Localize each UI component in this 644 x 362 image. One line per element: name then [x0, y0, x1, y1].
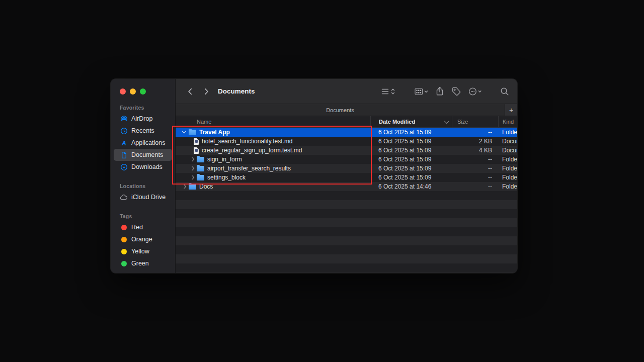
column-header-kind[interactable]: Kind	[498, 116, 517, 127]
file-date-modified: 6 Oct 2025 at 15:09	[370, 156, 452, 163]
disclosure-chevron-icon[interactable]	[190, 166, 195, 171]
file-size: --	[452, 183, 498, 190]
sidebar-item-label: AirDrop	[131, 115, 152, 122]
file-name: Docs	[199, 183, 213, 190]
new-tab-button[interactable]: +	[505, 104, 517, 116]
sidebar-item-label: Downloads	[131, 163, 163, 170]
column-header-size[interactable]: Size	[452, 116, 498, 127]
file-kind: Folder	[498, 165, 517, 172]
sidebar-item-documents[interactable]: Documents	[114, 149, 172, 161]
tab-documents[interactable]: Documents	[176, 104, 505, 116]
column-headers: Name Date Modified Size Kind	[176, 116, 517, 128]
sidebar-item-label: Yellow	[131, 248, 149, 255]
window-title: Documents	[218, 87, 255, 95]
folder-icon	[197, 166, 204, 171]
file-date-modified: 6 Oct 2025 at 15:09	[370, 165, 452, 172]
applications-icon: A	[120, 139, 128, 147]
window-controls	[111, 79, 175, 95]
share-icon[interactable]	[436, 86, 444, 96]
tag-color-dot	[120, 247, 128, 255]
sidebar-section-title: Favorites	[111, 105, 175, 113]
sidebar-item-label: Recents	[131, 127, 154, 134]
sidebar-section-title: Tags	[111, 213, 175, 221]
sort-chevron-icon	[444, 119, 449, 124]
sidebar-item-orange[interactable]: Orange	[111, 233, 175, 245]
sidebar-item-airdrop[interactable]: AirDrop	[111, 113, 175, 125]
file-name: airport_transfer_search_results	[207, 165, 291, 172]
file-row[interactable]: sign_in_form 6 Oct 2025 at 15:09 -- Fold…	[176, 155, 517, 164]
file-name: Travel App	[199, 129, 230, 136]
sidebar-section: Tags Red Orange Yellow Green Blue	[111, 213, 175, 273]
column-header-name[interactable]: Name	[176, 116, 370, 127]
file-list: Travel App 6 Oct 2025 at 15:09 -- Folder…	[176, 128, 517, 273]
search-icon[interactable]	[500, 87, 509, 96]
toolbar: Documents	[176, 79, 517, 104]
sidebar-section: Favorites AirDrop Recents A Applications…	[111, 105, 175, 173]
download-icon	[120, 163, 128, 171]
sidebar-item-downloads[interactable]: Downloads	[111, 161, 175, 173]
sidebar-item-label: Green	[131, 260, 149, 267]
clock-icon	[120, 127, 128, 135]
file-kind: Folder	[498, 156, 517, 163]
file-row[interactable]: hotel_search_functionality.test.md 6 Oct…	[176, 137, 517, 146]
sidebar-item-applications[interactable]: A Applications	[111, 137, 175, 149]
file-kind: Document	[498, 147, 517, 154]
minimize-button[interactable]	[130, 88, 136, 95]
sidebar-section-title: Locations	[111, 183, 175, 191]
zoom-button[interactable]	[140, 88, 146, 95]
file-row[interactable]: Travel App 6 Oct 2025 at 15:09 -- Folder	[176, 128, 517, 137]
file-size: 4 KB	[452, 147, 498, 154]
file-date-modified: 6 Oct 2025 at 15:09	[370, 174, 452, 181]
folder-icon	[189, 130, 196, 135]
tag-color-dot	[120, 259, 128, 267]
sidebar-item-label: Red	[131, 224, 143, 231]
file-kind: Folder	[498, 174, 517, 181]
file-size: --	[452, 156, 498, 163]
file-size: 2 KB	[452, 138, 498, 145]
sidebar-item-green[interactable]: Green	[111, 257, 175, 269]
disclosure-chevron-icon[interactable]	[182, 184, 187, 189]
list-view-icon[interactable]	[381, 87, 396, 96]
cloud-icon	[120, 193, 128, 201]
file-date-modified: 6 Oct 2025 at 15:09	[370, 138, 452, 145]
sidebar-item-icloud-drive[interactable]: iCloud Drive	[111, 191, 175, 203]
more-actions-icon[interactable]	[468, 87, 482, 96]
folder-icon	[197, 175, 204, 180]
sidebar-item-label: Orange	[131, 236, 152, 243]
file-row[interactable]: create_regular_sign_up_form.test.md 6 Oc…	[176, 146, 517, 155]
sidebar-section: Locations iCloud Drive	[111, 183, 175, 203]
back-icon[interactable]	[185, 85, 196, 98]
sidebar-item-label: Documents	[131, 151, 163, 158]
file-size: --	[452, 129, 498, 136]
disclosure-chevron-icon[interactable]	[182, 130, 187, 135]
close-button[interactable]	[120, 88, 126, 95]
main-pane: Documents	[175, 79, 517, 273]
file-kind: Document	[498, 138, 517, 145]
tag-icon[interactable]	[451, 86, 461, 96]
column-header-date-modified[interactable]: Date Modified	[370, 116, 452, 127]
sidebar-item-red[interactable]: Red	[111, 221, 175, 233]
file-row[interactable]: airport_transfer_search_results 6 Oct 20…	[176, 164, 517, 173]
forward-icon[interactable]	[201, 85, 212, 98]
sidebar-item-label: Applications	[131, 139, 165, 146]
tag-color-dot	[120, 223, 128, 231]
file-name: sign_in_form	[207, 156, 242, 163]
desktop-background: Favorites AirDrop Recents A Applications…	[0, 0, 644, 362]
file-name: settings_block	[207, 174, 246, 181]
disclosure-chevron-icon[interactable]	[190, 175, 195, 180]
sidebar-item-recents[interactable]: Recents	[111, 125, 175, 137]
airdrop-icon	[120, 115, 128, 123]
tab-bar: Documents +	[176, 104, 517, 116]
sidebar-item-label: iCloud Drive	[131, 194, 166, 201]
document-icon	[120, 151, 128, 159]
sidebar-item-yellow[interactable]: Yellow	[111, 245, 175, 257]
folder-icon	[189, 184, 196, 190]
group-by-icon[interactable]	[415, 87, 428, 96]
sidebar-item-blue[interactable]: Blue	[111, 269, 175, 273]
sidebar-item-label: Blue	[131, 272, 144, 273]
file-kind: Folder	[498, 129, 517, 136]
file-row[interactable]: settings_block 6 Oct 2025 at 15:09 -- Fo…	[176, 173, 517, 182]
disclosure-chevron-icon[interactable]	[190, 157, 195, 162]
svg-text:A: A	[121, 139, 126, 146]
file-row[interactable]: Docs 6 Oct 2025 at 14:46 -- Folder	[176, 182, 517, 191]
